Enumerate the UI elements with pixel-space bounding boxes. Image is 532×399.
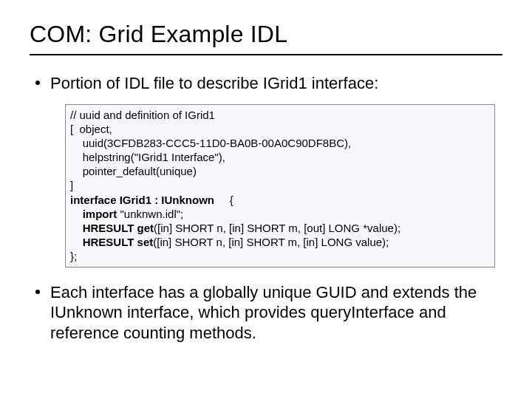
code-line: uuid(3CFDB283-CCC5-11D0-BA0B-00A0C90DF8B… bbox=[70, 137, 351, 149]
code-line: pointer_default(unique) bbox=[70, 165, 197, 177]
code-keyword: interface IGrid1 : IUnknown bbox=[70, 194, 214, 206]
code-keyword: HRESULT set bbox=[70, 236, 153, 248]
code-keyword: import bbox=[70, 208, 117, 220]
code-line: "unknwn.idl"; bbox=[117, 208, 183, 220]
code-keyword: HRESULT get bbox=[70, 222, 154, 234]
bullet-text-2: Each interface has a globally unique GUI… bbox=[50, 282, 502, 344]
code-line: }; bbox=[70, 250, 77, 262]
slide-title: COM: Grid Example IDL bbox=[30, 21, 502, 48]
bullet-text-1: Portion of IDL file to describe IGrid1 i… bbox=[50, 73, 378, 94]
bullet-dot-icon bbox=[35, 81, 40, 85]
bullet-dot-icon bbox=[35, 290, 40, 294]
bullet-item-2: Each interface has a globally unique GUI… bbox=[35, 282, 502, 344]
code-line: ] bbox=[70, 179, 73, 191]
code-line: object, bbox=[80, 123, 112, 135]
title-underline bbox=[30, 54, 502, 55]
code-line: ([in] SHORT n, [in] SHORT m, [out] LONG … bbox=[154, 222, 400, 234]
code-line: { bbox=[214, 194, 233, 206]
idl-code-block: // uuid and definition of IGrid1 [ objec… bbox=[65, 104, 495, 267]
bullet-item-1: Portion of IDL file to describe IGrid1 i… bbox=[35, 73, 502, 94]
code-line: // uuid and definition of IGrid1 bbox=[70, 109, 215, 121]
code-line: helpstring("IGrid1 Interface"), bbox=[70, 151, 225, 163]
code-line: [ bbox=[70, 123, 80, 135]
code-line: ([in] SHORT n, [in] SHORT m, [in] LONG v… bbox=[153, 236, 389, 248]
